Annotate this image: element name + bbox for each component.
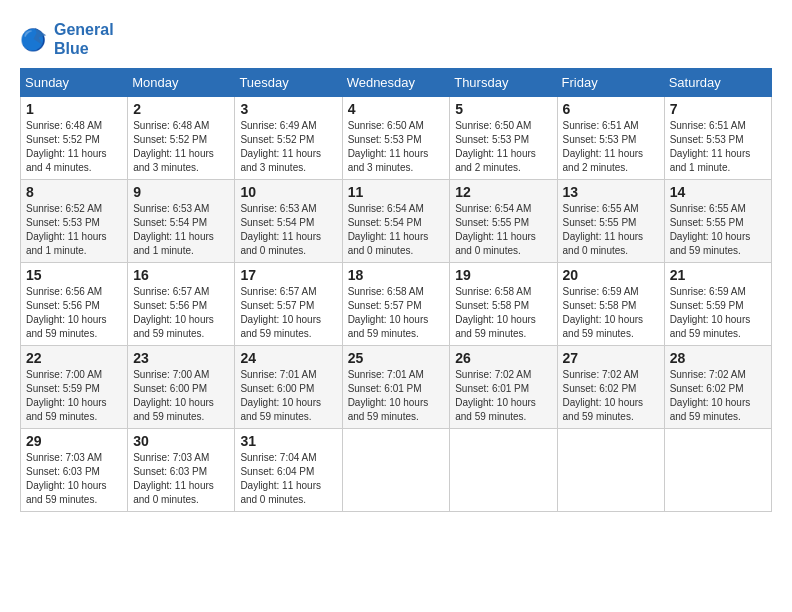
day-number: 16 <box>133 267 229 283</box>
day-info: Sunrise: 7:04 AM Sunset: 6:04 PM Dayligh… <box>240 451 336 507</box>
day-info: Sunrise: 7:03 AM Sunset: 6:03 PM Dayligh… <box>133 451 229 507</box>
day-number: 27 <box>563 350 659 366</box>
calendar-cell: 25 Sunrise: 7:01 AM Sunset: 6:01 PM Dayl… <box>342 346 450 429</box>
calendar-cell: 21 Sunrise: 6:59 AM Sunset: 5:59 PM Dayl… <box>664 263 771 346</box>
calendar-cell: 6 Sunrise: 6:51 AM Sunset: 5:53 PM Dayli… <box>557 97 664 180</box>
header-tuesday: Tuesday <box>235 69 342 97</box>
calendar-cell: 17 Sunrise: 6:57 AM Sunset: 5:57 PM Dayl… <box>235 263 342 346</box>
day-number: 7 <box>670 101 766 117</box>
svg-text:🔵: 🔵 <box>20 27 47 53</box>
day-info: Sunrise: 6:57 AM Sunset: 5:56 PM Dayligh… <box>133 285 229 341</box>
calendar-cell: 29 Sunrise: 7:03 AM Sunset: 6:03 PM Dayl… <box>21 429 128 512</box>
day-number: 23 <box>133 350 229 366</box>
calendar-cell: 31 Sunrise: 7:04 AM Sunset: 6:04 PM Dayl… <box>235 429 342 512</box>
day-number: 30 <box>133 433 229 449</box>
header-saturday: Saturday <box>664 69 771 97</box>
day-info: Sunrise: 6:54 AM Sunset: 5:55 PM Dayligh… <box>455 202 551 258</box>
day-info: Sunrise: 6:48 AM Sunset: 5:52 PM Dayligh… <box>26 119 122 175</box>
calendar-cell <box>664 429 771 512</box>
calendar-cell: 14 Sunrise: 6:55 AM Sunset: 5:55 PM Dayl… <box>664 180 771 263</box>
day-number: 21 <box>670 267 766 283</box>
day-info: Sunrise: 7:00 AM Sunset: 5:59 PM Dayligh… <box>26 368 122 424</box>
day-number: 31 <box>240 433 336 449</box>
calendar-cell: 7 Sunrise: 6:51 AM Sunset: 5:53 PM Dayli… <box>664 97 771 180</box>
header-thursday: Thursday <box>450 69 557 97</box>
day-number: 6 <box>563 101 659 117</box>
day-number: 5 <box>455 101 551 117</box>
day-number: 10 <box>240 184 336 200</box>
day-info: Sunrise: 6:52 AM Sunset: 5:53 PM Dayligh… <box>26 202 122 258</box>
day-info: Sunrise: 6:51 AM Sunset: 5:53 PM Dayligh… <box>563 119 659 175</box>
calendar-cell: 16 Sunrise: 6:57 AM Sunset: 5:56 PM Dayl… <box>128 263 235 346</box>
day-info: Sunrise: 6:57 AM Sunset: 5:57 PM Dayligh… <box>240 285 336 341</box>
day-number: 19 <box>455 267 551 283</box>
calendar-cell: 9 Sunrise: 6:53 AM Sunset: 5:54 PM Dayli… <box>128 180 235 263</box>
day-info: Sunrise: 6:58 AM Sunset: 5:58 PM Dayligh… <box>455 285 551 341</box>
day-number: 4 <box>348 101 445 117</box>
day-info: Sunrise: 6:55 AM Sunset: 5:55 PM Dayligh… <box>670 202 766 258</box>
day-info: Sunrise: 6:48 AM Sunset: 5:52 PM Dayligh… <box>133 119 229 175</box>
day-info: Sunrise: 6:55 AM Sunset: 5:55 PM Dayligh… <box>563 202 659 258</box>
day-number: 12 <box>455 184 551 200</box>
calendar-cell: 26 Sunrise: 7:02 AM Sunset: 6:01 PM Dayl… <box>450 346 557 429</box>
logo: 🔵 General Blue <box>20 20 114 58</box>
day-info: Sunrise: 6:56 AM Sunset: 5:56 PM Dayligh… <box>26 285 122 341</box>
day-number: 22 <box>26 350 122 366</box>
day-info: Sunrise: 6:50 AM Sunset: 5:53 PM Dayligh… <box>348 119 445 175</box>
calendar-cell: 23 Sunrise: 7:00 AM Sunset: 6:00 PM Dayl… <box>128 346 235 429</box>
calendar-cell: 12 Sunrise: 6:54 AM Sunset: 5:55 PM Dayl… <box>450 180 557 263</box>
day-info: Sunrise: 7:01 AM Sunset: 6:00 PM Dayligh… <box>240 368 336 424</box>
day-number: 15 <box>26 267 122 283</box>
day-number: 17 <box>240 267 336 283</box>
calendar-cell: 30 Sunrise: 7:03 AM Sunset: 6:03 PM Dayl… <box>128 429 235 512</box>
day-number: 2 <box>133 101 229 117</box>
calendar-cell: 18 Sunrise: 6:58 AM Sunset: 5:57 PM Dayl… <box>342 263 450 346</box>
calendar-week-3: 15 Sunrise: 6:56 AM Sunset: 5:56 PM Dayl… <box>21 263 772 346</box>
header-friday: Friday <box>557 69 664 97</box>
day-info: Sunrise: 6:54 AM Sunset: 5:54 PM Dayligh… <box>348 202 445 258</box>
day-info: Sunrise: 7:02 AM Sunset: 6:02 PM Dayligh… <box>563 368 659 424</box>
calendar-cell: 1 Sunrise: 6:48 AM Sunset: 5:52 PM Dayli… <box>21 97 128 180</box>
day-info: Sunrise: 6:53 AM Sunset: 5:54 PM Dayligh… <box>240 202 336 258</box>
day-number: 8 <box>26 184 122 200</box>
day-info: Sunrise: 7:03 AM Sunset: 6:03 PM Dayligh… <box>26 451 122 507</box>
day-number: 1 <box>26 101 122 117</box>
day-number: 9 <box>133 184 229 200</box>
header-wednesday: Wednesday <box>342 69 450 97</box>
calendar-cell <box>450 429 557 512</box>
day-info: Sunrise: 7:02 AM Sunset: 6:02 PM Dayligh… <box>670 368 766 424</box>
calendar-cell: 2 Sunrise: 6:48 AM Sunset: 5:52 PM Dayli… <box>128 97 235 180</box>
day-number: 18 <box>348 267 445 283</box>
page-header: 🔵 General Blue <box>20 20 772 58</box>
day-info: Sunrise: 6:53 AM Sunset: 5:54 PM Dayligh… <box>133 202 229 258</box>
day-number: 20 <box>563 267 659 283</box>
day-number: 28 <box>670 350 766 366</box>
logo-text: General Blue <box>54 20 114 58</box>
day-number: 14 <box>670 184 766 200</box>
calendar-cell: 11 Sunrise: 6:54 AM Sunset: 5:54 PM Dayl… <box>342 180 450 263</box>
day-number: 26 <box>455 350 551 366</box>
calendar-cell: 22 Sunrise: 7:00 AM Sunset: 5:59 PM Dayl… <box>21 346 128 429</box>
calendar-cell: 20 Sunrise: 6:59 AM Sunset: 5:58 PM Dayl… <box>557 263 664 346</box>
calendar-week-2: 8 Sunrise: 6:52 AM Sunset: 5:53 PM Dayli… <box>21 180 772 263</box>
calendar-cell <box>557 429 664 512</box>
day-info: Sunrise: 7:01 AM Sunset: 6:01 PM Dayligh… <box>348 368 445 424</box>
calendar-cell: 5 Sunrise: 6:50 AM Sunset: 5:53 PM Dayli… <box>450 97 557 180</box>
day-number: 13 <box>563 184 659 200</box>
day-info: Sunrise: 6:58 AM Sunset: 5:57 PM Dayligh… <box>348 285 445 341</box>
calendar-cell: 15 Sunrise: 6:56 AM Sunset: 5:56 PM Dayl… <box>21 263 128 346</box>
day-info: Sunrise: 7:00 AM Sunset: 6:00 PM Dayligh… <box>133 368 229 424</box>
calendar-week-5: 29 Sunrise: 7:03 AM Sunset: 6:03 PM Dayl… <box>21 429 772 512</box>
day-info: Sunrise: 6:51 AM Sunset: 5:53 PM Dayligh… <box>670 119 766 175</box>
day-info: Sunrise: 6:59 AM Sunset: 5:59 PM Dayligh… <box>670 285 766 341</box>
day-info: Sunrise: 6:49 AM Sunset: 5:52 PM Dayligh… <box>240 119 336 175</box>
day-number: 29 <box>26 433 122 449</box>
logo-icon: 🔵 <box>20 24 50 54</box>
day-info: Sunrise: 7:02 AM Sunset: 6:01 PM Dayligh… <box>455 368 551 424</box>
day-number: 3 <box>240 101 336 117</box>
calendar-cell: 10 Sunrise: 6:53 AM Sunset: 5:54 PM Dayl… <box>235 180 342 263</box>
calendar-cell: 19 Sunrise: 6:58 AM Sunset: 5:58 PM Dayl… <box>450 263 557 346</box>
calendar-cell <box>342 429 450 512</box>
day-number: 24 <box>240 350 336 366</box>
calendar-table: SundayMondayTuesdayWednesdayThursdayFrid… <box>20 68 772 512</box>
